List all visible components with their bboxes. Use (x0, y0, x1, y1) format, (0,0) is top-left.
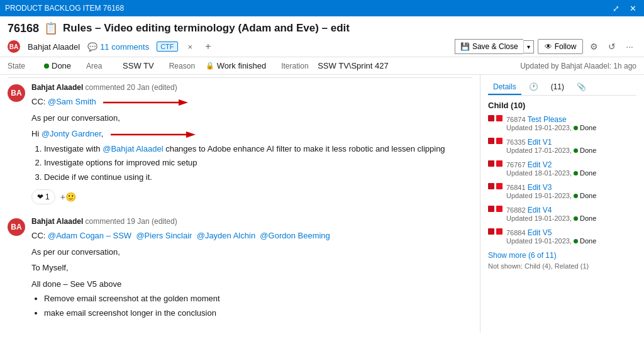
comment-1-line1: As per our conversation, (31, 112, 472, 125)
child-76882-link[interactable]: Edit V4 (528, 206, 552, 214)
child-76841-icons (488, 183, 502, 189)
child-subtype-icon-2 (496, 138, 502, 144)
reason-text: Work finished (217, 61, 267, 70)
history-icon: 🕐 (529, 82, 538, 91)
child-76882-id: 76882 (506, 206, 528, 214)
comment-2-line1: As per our conversation, (31, 246, 472, 259)
close-title-button[interactable]: ✕ (627, 4, 639, 13)
child-type-icon-red-6 (488, 228, 494, 235)
comment-2-line2: To Myself, (31, 262, 472, 274)
right-panel: Details 🕐 (11) 📎 Child (10) 76874 (480, 75, 644, 333)
comment-1-avatar: BA (8, 84, 25, 102)
child-item-76767: 76767 Edit V2 Updated 18-01-2023, Done (488, 160, 636, 177)
child-76767-id: 76767 (506, 161, 528, 169)
work-item-header: 76168 📋 Rules – Video editing terminolog… (0, 16, 644, 57)
follow-button[interactable]: 👁 Follow (538, 39, 584, 54)
tab-links[interactable]: (11) (546, 80, 569, 95)
more-button[interactable]: ··· (623, 40, 636, 53)
child-header-text: Child (10) (488, 101, 525, 110)
child-76767-state: Done (580, 169, 596, 177)
state-value: Done (44, 61, 71, 70)
child-item-76882: 76882 Edit V4 Updated 19-01-2023, Done (488, 206, 636, 222)
comment-1-text: CC: @Sam Smith As per our conversation, … (31, 96, 472, 204)
show-more-link[interactable]: Show more (6 of 11) (488, 251, 636, 260)
save-label: Save & Close (472, 42, 518, 51)
close-tag-button[interactable]: × (186, 42, 196, 52)
list-item-1: Investigate with @Bahjat Alaadel changes… (44, 143, 472, 155)
child-76335-link[interactable]: Edit V1 (528, 138, 552, 147)
details-tabs-row: Details 🕐 (11) 📎 (488, 80, 636, 96)
save-close-button[interactable]: 💾 Save & Close (455, 39, 523, 54)
refresh-button[interactable]: ↺ (605, 40, 619, 53)
bullet-1: Remove email screenshot at the golden mo… (44, 292, 472, 305)
child-subtype-icon-4 (496, 183, 502, 189)
expand-button[interactable]: ⤢ (610, 4, 622, 13)
area-meta: Area SSW TV (86, 61, 154, 70)
ctf-tag[interactable]: CTF (157, 42, 177, 52)
child-76884-info: 76884 Edit V5 Updated 19-01-2023, Done (506, 228, 636, 245)
child-item-76841: 76841 Edit V3 Updated 19-01-2023, Done (488, 183, 636, 199)
mention-bahjat[interactable]: @Bahjat Alaadel (103, 144, 163, 153)
iteration-value: SSW TV\Sprint 427 (318, 61, 388, 70)
comment-2-header: Bahjat Alaadel commented 19 Jan (edited) (31, 217, 472, 226)
child-76767-updated: Updated 18-01-2023, (506, 169, 572, 177)
heart-reaction[interactable]: ❤ 1 (31, 189, 55, 204)
child-76767-link[interactable]: Edit V2 (528, 160, 552, 169)
list-item-3: Decide if we continue using it. (44, 171, 472, 184)
save-dropdown-button[interactable]: ▾ (523, 40, 534, 53)
child-76767-status: Updated 18-01-2023, Done (506, 169, 636, 177)
child-76874-state: Done (580, 124, 596, 131)
mention-sam-smith[interactable]: @Sam Smith (48, 97, 96, 106)
header-actions: 💾 Save & Close ▾ 👁 Follow ⚙ ↺ ··· (455, 39, 636, 54)
tab-attachments[interactable]: 📎 (572, 80, 591, 95)
state-label: State (8, 62, 39, 70)
product-backlog-label: PRODUCT BACKLOG ITEM 76168 (5, 4, 124, 13)
tab-details[interactable]: Details (488, 80, 521, 95)
child-76841-dot (574, 194, 578, 198)
child-76841-link[interactable]: Edit V3 (528, 183, 552, 192)
status-dot (44, 64, 49, 69)
comment-1-list: Investigate with @Bahjat Alaadel changes… (31, 143, 472, 184)
updated-info: Updated by Bahjat Alaadel: 1h ago (520, 62, 636, 70)
tab-history[interactable]: 🕐 (524, 80, 543, 95)
meta-row: State Done Area SSW TV Reason 🔒 Work fin… (0, 57, 644, 75)
comment-icon: 💬 (87, 42, 97, 52)
child-76874-status: Updated 19-01-2023, Done (506, 124, 636, 131)
title-bar-actions: ⤢ ✕ (610, 4, 639, 13)
child-76874-info: 76874 Test Please Updated 19-01-2023, Do… (506, 115, 636, 131)
mention-piers[interactable]: @Piers Sinclair (136, 231, 192, 240)
add-tag-button[interactable]: + (203, 41, 213, 52)
child-type-icon-red-3 (488, 160, 494, 167)
child-76882-info: 76882 Edit V4 Updated 19-01-2023, Done (506, 206, 636, 222)
mention-jonty-gardner[interactable]: @Jonty Gardner (42, 129, 101, 138)
comment-2: BA Bahjat Alaadel commented 19 Jan (edit… (8, 217, 472, 321)
child-76884-status: Updated 19-01-2023, Done (506, 237, 636, 245)
mention-jayden[interactable]: @Jayden Alchin (197, 231, 255, 240)
comment-2-text: CC: @Adam Cogan – SSW @Piers Sinclair @J… (31, 230, 472, 319)
child-76335-state: Done (580, 147, 596, 154)
comment-2-bullets: Remove email screenshot at the golden mo… (31, 292, 472, 319)
child-subtype-icon-3 (496, 160, 502, 167)
child-76874-id: 76874 (506, 116, 528, 123)
header-meta: BA Bahjat Alaadel 💬 11 comments CTF × + … (8, 39, 636, 54)
child-76884-icons (488, 228, 502, 235)
mention-gordon[interactable]: @Gordon Beeming (260, 231, 330, 240)
comment-1-reactions: ❤ 1 +🙂 (31, 189, 472, 204)
comment-2-author: Bahjat Alaadel (31, 217, 83, 226)
child-76841-updated: Updated 19-01-2023, (506, 192, 572, 199)
mention-adam[interactable]: @Adam Cogan – SSW (48, 231, 131, 240)
header-meta-left: BA Bahjat Alaadel 💬 11 comments CTF × + (8, 40, 214, 53)
child-76884-state: Done (580, 237, 596, 245)
child-76884-link[interactable]: Edit V5 (528, 228, 552, 237)
add-reaction-button[interactable]: +🙂 (60, 191, 76, 204)
comments-count[interactable]: 💬 11 comments (87, 42, 149, 52)
follow-eye-icon: 👁 (545, 42, 552, 51)
child-type-icon-red-4 (488, 183, 494, 189)
child-76874-link[interactable]: Test Please (528, 115, 567, 124)
child-76874-dot (574, 126, 578, 130)
child-76767-dot (574, 171, 578, 175)
child-subtype-icon-6 (496, 228, 502, 235)
child-76335-dot (574, 148, 578, 153)
child-item-76884: 76884 Edit V5 Updated 19-01-2023, Done (488, 228, 636, 245)
settings-button[interactable]: ⚙ (587, 40, 601, 53)
